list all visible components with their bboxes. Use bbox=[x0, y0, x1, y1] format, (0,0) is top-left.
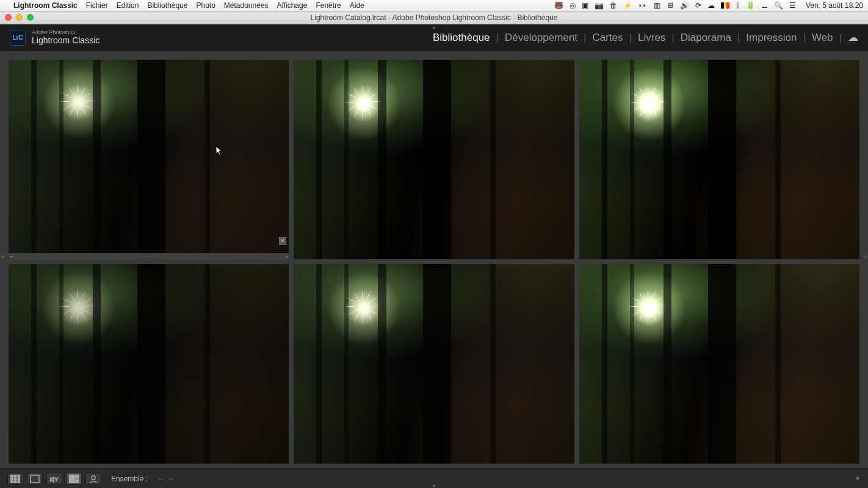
svg-rect-11 bbox=[69, 475, 74, 483]
app-menu[interactable]: Lightroom Classic bbox=[13, 1, 78, 10]
menu-metadonnees[interactable]: Métadonnées bbox=[224, 1, 269, 10]
bear-icon[interactable]: 🐻 bbox=[554, 1, 563, 10]
module-livres[interactable]: Livres bbox=[638, 32, 665, 44]
thumbnail-image[interactable]: ✕ bbox=[9, 60, 289, 253]
eye-icon[interactable]: ◎ bbox=[570, 1, 576, 10]
reject-flag-icon[interactable]: ✕ bbox=[279, 237, 286, 245]
window-minimize-button[interactable] bbox=[16, 14, 23, 21]
record-icon[interactable]: ▣ bbox=[582, 1, 588, 10]
svg-point-14 bbox=[92, 476, 95, 479]
window-close-button[interactable] bbox=[5, 14, 12, 21]
menu-aide[interactable]: Aide bbox=[350, 1, 364, 10]
module-impression[interactable]: Impression bbox=[746, 32, 797, 44]
rating-dots[interactable]: · · · · · bbox=[139, 254, 161, 259]
grid-cell[interactable] bbox=[579, 264, 859, 464]
thumbnail-image[interactable] bbox=[579, 60, 859, 259]
svg-rect-6 bbox=[10, 481, 13, 483]
people-view-button[interactable] bbox=[85, 473, 101, 485]
cloud-status-icon[interactable]: ☁ bbox=[707, 1, 715, 10]
menu-edition[interactable]: Edition bbox=[117, 1, 139, 10]
module-developpement[interactable]: Développement bbox=[505, 32, 577, 44]
svg-rect-13 bbox=[75, 479, 79, 483]
window-zoom-button[interactable] bbox=[27, 14, 34, 21]
right-panel-toggle-icon[interactable]: ◀ bbox=[863, 254, 867, 259]
menu-affichage[interactable]: Affichage bbox=[277, 1, 308, 10]
app-body: ▲ LrC Adobe Photoshop Lightroom Classic … bbox=[0, 24, 868, 488]
cell-footer: ▪▪ · · · · · ▪ bbox=[9, 253, 289, 259]
grid-cell[interactable] bbox=[579, 60, 859, 259]
wifi-icon[interactable]: ⚊ bbox=[761, 1, 768, 10]
lrc-logo-icon: LrC bbox=[10, 30, 26, 46]
grid-view-button[interactable] bbox=[7, 473, 23, 485]
flag-be-icon[interactable] bbox=[721, 2, 729, 9]
control-center-icon[interactable]: ☰ bbox=[789, 1, 796, 10]
menu-fenetre[interactable]: Fenêtre bbox=[316, 1, 341, 10]
loupe-icon bbox=[30, 475, 40, 483]
module-cartes[interactable]: Cartes bbox=[593, 32, 623, 44]
svg-rect-9 bbox=[31, 475, 39, 483]
battery-icon[interactable]: 🔋 bbox=[746, 1, 755, 10]
cloud-sync-icon[interactable]: ☁ bbox=[848, 31, 858, 44]
next-photo-button[interactable]: → bbox=[167, 474, 175, 483]
thumbnail-image[interactable] bbox=[579, 264, 859, 464]
identity-title: Lightroom Classic bbox=[32, 36, 99, 45]
svg-rect-4 bbox=[14, 478, 16, 480]
svg-rect-5 bbox=[18, 478, 20, 480]
sync-icon[interactable]: ⟳ bbox=[695, 1, 701, 10]
thumbnail-image[interactable] bbox=[294, 264, 574, 464]
svg-rect-7 bbox=[14, 481, 16, 483]
flash-icon[interactable]: ⚡ bbox=[623, 1, 632, 10]
module-web[interactable]: Web bbox=[812, 32, 833, 44]
cell-index-icon: ▪▪ bbox=[10, 254, 13, 259]
people-icon bbox=[89, 475, 98, 483]
svg-rect-3 bbox=[10, 478, 13, 480]
prev-photo-button[interactable]: ← bbox=[156, 474, 164, 483]
grid-cell[interactable] bbox=[294, 264, 574, 464]
module-diaporama[interactable]: Diaporama bbox=[681, 32, 731, 44]
window-title: Lightroom Catalog.lrcat - Adobe Photosho… bbox=[0, 13, 868, 22]
grid-cell[interactable] bbox=[294, 60, 574, 259]
bluetooth-icon[interactable]: ᛒ bbox=[736, 1, 740, 10]
svg-rect-12 bbox=[75, 475, 79, 478]
svg-text:X|Y: X|Y bbox=[49, 476, 58, 483]
module-bibliotheque[interactable]: Bibliothèque bbox=[433, 32, 490, 44]
thumbnail-grid: ✕ ▪▪ · · · · · ▪ bbox=[9, 60, 859, 464]
svg-rect-0 bbox=[10, 475, 13, 477]
svg-rect-8 bbox=[18, 481, 20, 483]
thumbnail-image[interactable] bbox=[9, 264, 289, 464]
spotlight-search-icon[interactable]: 🔍 bbox=[774, 1, 783, 10]
binoculars-icon[interactable]: 👀 bbox=[638, 1, 648, 10]
grid-view: ✕ ▪▪ · · · · · ▪ bbox=[0, 51, 868, 468]
window-titlebar: Lightroom Catalog.lrcat - Adobe Photosho… bbox=[0, 12, 868, 24]
volume-icon[interactable]: 🔊 bbox=[680, 1, 689, 10]
trash-icon[interactable]: 🗑 bbox=[610, 1, 617, 10]
loupe-view-button[interactable] bbox=[27, 473, 43, 485]
menu-photo[interactable]: Photo bbox=[196, 1, 215, 10]
survey-view-button[interactable] bbox=[66, 473, 82, 485]
top-panel-toggle-icon[interactable]: ▲ bbox=[432, 24, 436, 30]
compare-icon: X|Y bbox=[49, 475, 59, 483]
display-icon[interactable]: 🖥 bbox=[667, 1, 674, 10]
compare-view-button[interactable]: X|Y bbox=[46, 473, 62, 485]
thumbnail-image[interactable] bbox=[294, 60, 574, 259]
menu-bibliotheque[interactable]: Bibliothèque bbox=[147, 1, 187, 10]
menubar-clock[interactable]: Ven. 5 août 18:20 bbox=[806, 1, 863, 10]
svg-rect-2 bbox=[18, 475, 20, 477]
ensemble-label: Ensemble : bbox=[111, 475, 148, 483]
grid-cell[interactable]: ✕ ▪▪ · · · · · ▪ bbox=[9, 60, 289, 259]
cell-end-marker: ▪ bbox=[286, 254, 288, 259]
menu-fichier[interactable]: Fichier bbox=[86, 1, 108, 10]
left-panel-toggle-icon[interactable]: ▶ bbox=[1, 254, 5, 259]
filmstrip-toggle-icon[interactable]: ▲ bbox=[432, 483, 436, 488]
svg-rect-1 bbox=[14, 475, 16, 477]
grid-icon bbox=[10, 475, 20, 483]
module-picker: Bibliothèque| Développement| Cartes| Liv… bbox=[433, 31, 858, 44]
macos-menubar: Lightroom Classic Fichier Edition Biblio… bbox=[0, 0, 868, 12]
toolbar-expand-icon[interactable]: ▼ bbox=[855, 475, 861, 482]
camera-icon[interactable]: 📷 bbox=[595, 1, 604, 10]
grid-cell[interactable] bbox=[9, 264, 289, 464]
panels-icon[interactable]: ▥ bbox=[654, 1, 660, 10]
survey-icon bbox=[69, 475, 79, 483]
